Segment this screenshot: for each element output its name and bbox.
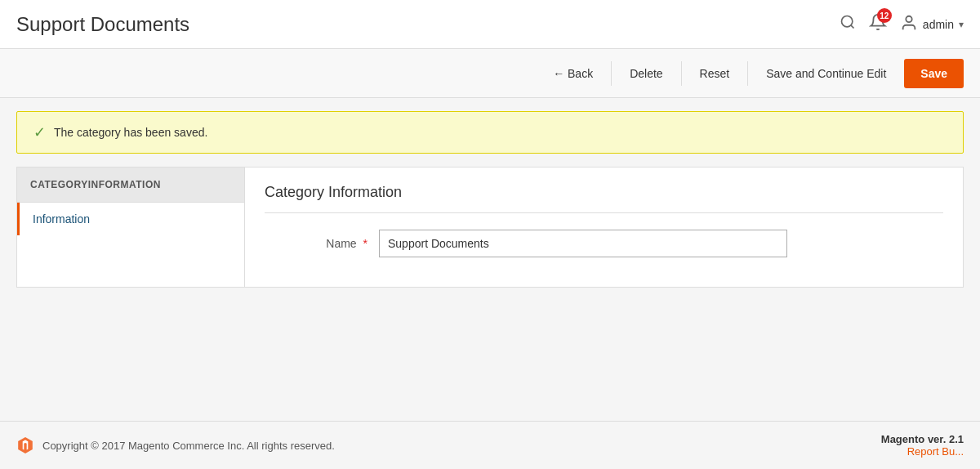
success-message: ✓ The category has been saved.	[16, 111, 964, 154]
name-label: Name *	[265, 237, 379, 250]
sidebar-item-information[interactable]: Information	[17, 203, 244, 235]
sidebar: CATEGORYINFORMATION Information	[16, 167, 245, 288]
header: Support Documents 12	[0, 0, 980, 49]
footer-right: Magento ver. 2.1 Report Bu...	[881, 433, 964, 458]
magento-logo-icon	[16, 436, 34, 454]
header-actions: 12 admin ▾	[840, 13, 964, 35]
success-text: The category has been saved.	[54, 126, 207, 139]
version-label: Magento ver. 2.1	[881, 433, 964, 445]
toolbar-divider-1	[611, 61, 612, 86]
report-bug-link[interactable]: Report Bu...	[907, 445, 964, 458]
svg-point-0	[841, 16, 852, 27]
toolbar-divider-2	[681, 61, 682, 86]
user-icon	[900, 14, 918, 34]
reset-button[interactable]: Reset	[690, 60, 740, 87]
page-title: Support Documents	[16, 13, 189, 36]
required-indicator: *	[363, 237, 368, 250]
save-continue-button[interactable]: Save and Continue Edit	[756, 60, 896, 87]
footer-left: Copyright © 2017 Magento Commerce Inc. A…	[16, 436, 335, 454]
user-menu[interactable]: admin ▾	[900, 14, 964, 34]
name-input[interactable]	[379, 230, 787, 257]
user-name-label: admin	[923, 18, 954, 31]
notification-badge: 12	[877, 8, 892, 23]
search-button[interactable]	[840, 14, 856, 34]
name-field-row: Name *	[265, 230, 943, 257]
svg-line-1	[851, 25, 854, 29]
save-button[interactable]: Save	[904, 59, 964, 88]
toolbar-divider-3	[747, 61, 748, 86]
sidebar-heading: CATEGORYINFORMATION	[17, 168, 244, 203]
copyright-text: Copyright © 2017 Magento Commerce Inc. A…	[42, 440, 335, 452]
sidebar-item-label: Information	[33, 212, 90, 226]
checkmark-icon: ✓	[33, 123, 46, 141]
delete-button[interactable]: Delete	[620, 60, 672, 87]
footer: Copyright © 2017 Magento Commerce Inc. A…	[0, 421, 980, 469]
toolbar: ← Back Delete Reset Save and Continue Ed…	[0, 49, 980, 98]
form-section-title: Category Information	[265, 184, 943, 213]
svg-point-2	[906, 16, 911, 22]
main-content: CATEGORYINFORMATION Information Category…	[16, 167, 964, 288]
form-area: Category Information Name *	[245, 167, 964, 288]
chevron-down-icon: ▾	[959, 19, 964, 30]
back-button[interactable]: ← Back	[543, 60, 603, 87]
notification-button[interactable]: 12	[869, 13, 887, 35]
